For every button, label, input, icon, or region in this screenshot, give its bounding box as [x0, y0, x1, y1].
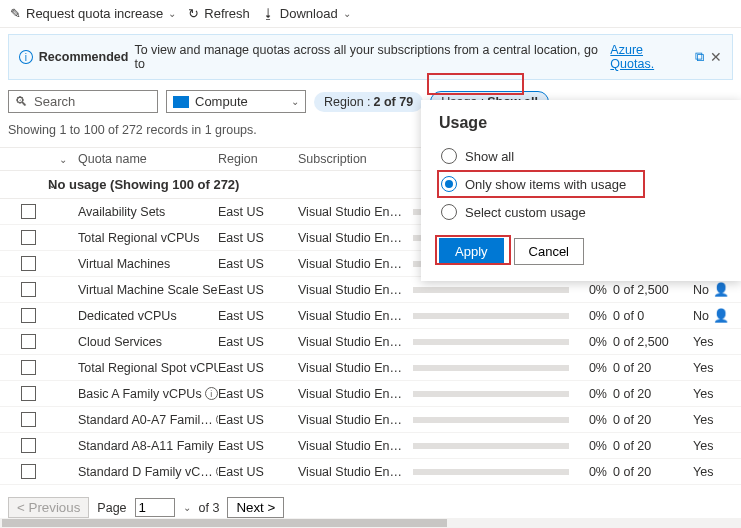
radio-icon: [441, 148, 457, 164]
usage-bar: 0%: [413, 387, 613, 401]
region-filter-pill[interactable]: Region : 2 of 79: [314, 92, 423, 112]
adjustable-cell: Yes: [693, 465, 733, 479]
row-checkbox[interactable]: [21, 308, 36, 323]
table-row: Standard D Family vC… iEast USVisual Stu…: [0, 459, 741, 485]
chevron-down-icon: ⌄: [168, 8, 176, 19]
search-icon: 🔍︎: [15, 94, 28, 109]
radio-icon: [441, 204, 457, 220]
azure-quotas-link[interactable]: Azure Quotas.: [610, 43, 689, 71]
chevron-down-icon[interactable]: ⌄: [48, 154, 78, 165]
usage-option-custom[interactable]: Select custom usage: [439, 198, 723, 226]
quota-name-cell: Total Regional Spot vCPUs: [78, 361, 218, 375]
row-checkbox[interactable]: [21, 230, 36, 245]
row-checkbox[interactable]: [21, 412, 36, 427]
usage-option-items-with-usage[interactable]: Only show items with usage: [439, 170, 723, 198]
person-icon[interactable]: 👤: [713, 282, 729, 297]
adjustable-cell: Yes: [693, 439, 733, 453]
region-cell: East US: [218, 465, 298, 479]
usage-bar: 0%: [413, 361, 613, 375]
usage-filter-dropdown: Usage Show all Only show items with usag…: [421, 100, 741, 281]
horizontal-scrollbar[interactable]: [0, 518, 741, 528]
page-of-label: of 3: [199, 501, 220, 515]
cancel-button[interactable]: Cancel: [514, 238, 584, 265]
quota-name-cell: Availability Sets: [78, 205, 218, 219]
row-checkbox[interactable]: [21, 282, 36, 297]
subscription-cell: Visual Studio En…: [298, 231, 413, 245]
prev-page-button[interactable]: < Previous: [8, 497, 89, 518]
refresh-icon: ↻: [188, 6, 199, 21]
quota-name-cell: Total Regional vCPUs: [78, 231, 218, 245]
usage-bar: 0%: [413, 309, 613, 323]
pager: < Previous Page ⌄ of 3 Next >: [8, 497, 733, 518]
pencil-icon: ✎: [10, 6, 21, 21]
info-icon: i: [19, 50, 33, 64]
row-checkbox[interactable]: [21, 334, 36, 349]
usage-bar: 0%: [413, 283, 613, 297]
person-icon[interactable]: 👤: [713, 308, 729, 323]
subscription-cell: Visual Studio En…: [298, 361, 413, 375]
quantity-cell: 0 of 20: [613, 387, 693, 401]
quantity-cell: 0 of 2,500: [613, 283, 693, 297]
table-row: Cloud ServicesEast USVisual Studio En…0%…: [0, 329, 741, 355]
region-cell: East US: [218, 283, 298, 297]
close-icon[interactable]: ✕: [710, 49, 722, 65]
col-quota-name[interactable]: Quota name: [78, 152, 218, 166]
subscription-cell: Visual Studio En…: [298, 465, 413, 479]
download-icon: ⭳: [262, 6, 275, 21]
subscription-cell: Visual Studio En…: [298, 439, 413, 453]
quantity-cell: 0 of 20: [613, 439, 693, 453]
table-row: Dedicated vCPUsEast USVisual Studio En…0…: [0, 303, 741, 329]
region-cell: East US: [218, 361, 298, 375]
compute-icon: [173, 96, 189, 108]
quota-name-cell: Basic A Family vCPUs i: [78, 387, 218, 401]
chevron-down-icon[interactable]: ⌄: [183, 502, 191, 513]
col-subscription[interactable]: Subscription: [298, 152, 413, 166]
provider-select[interactable]: Compute ⌄: [166, 90, 306, 113]
page-input[interactable]: [135, 498, 175, 517]
chevron-down-icon: ⌄: [291, 96, 299, 107]
usage-bar: 0%: [413, 335, 613, 349]
recommended-text: To view and manage quotas across all you…: [134, 43, 604, 71]
download-button[interactable]: ⭳ Download ⌄: [262, 6, 351, 21]
adjustable-cell: Yes: [693, 361, 733, 375]
adjustable-cell: Yes: [693, 387, 733, 401]
row-checkbox[interactable]: [21, 438, 36, 453]
region-cell: East US: [218, 413, 298, 427]
region-cell: East US: [218, 205, 298, 219]
next-page-button[interactable]: Next >: [227, 497, 284, 518]
quantity-cell: 0 of 20: [613, 465, 693, 479]
col-region[interactable]: Region: [218, 152, 298, 166]
row-checkbox[interactable]: [21, 360, 36, 375]
row-checkbox[interactable]: [21, 386, 36, 401]
adjustable-cell: No 👤: [693, 282, 733, 297]
adjustable-cell: Yes: [693, 413, 733, 427]
row-checkbox[interactable]: [21, 204, 36, 219]
quota-name-cell: Standard A8-A11 Family … i: [78, 439, 218, 453]
info-icon[interactable]: i: [205, 387, 218, 400]
apply-button[interactable]: Apply: [439, 238, 504, 265]
quantity-cell: 0 of 2,500: [613, 335, 693, 349]
row-checkbox[interactable]: [21, 256, 36, 271]
table-row: Standard A8-A11 Family … iEast USVisual …: [0, 433, 741, 459]
region-cell: East US: [218, 257, 298, 271]
quantity-cell: 0 of 20: [613, 361, 693, 375]
region-cell: East US: [218, 231, 298, 245]
row-checkbox[interactable]: [21, 464, 36, 479]
usage-bar: 0%: [413, 413, 613, 427]
quota-name-cell: Standard A0-A7 Famil… i: [78, 413, 218, 427]
request-quota-button[interactable]: ✎ Request quota increase ⌄: [10, 6, 176, 21]
region-cell: East US: [218, 335, 298, 349]
table-row: Basic A Family vCPUs iEast USVisual Stud…: [0, 381, 741, 407]
search-input[interactable]: 🔍︎ Search: [8, 90, 158, 113]
quota-name-cell: Standard D Family vC… i: [78, 465, 218, 479]
subscription-cell: Visual Studio En…: [298, 205, 413, 219]
quota-name-cell: Virtual Machines: [78, 257, 218, 271]
refresh-button[interactable]: ↻ Refresh: [188, 6, 250, 21]
usage-bar: 0%: [413, 439, 613, 453]
usage-option-show-all[interactable]: Show all: [439, 142, 723, 170]
region-cell: East US: [218, 439, 298, 453]
subscription-cell: Visual Studio En…: [298, 413, 413, 427]
quantity-cell: 0 of 0: [613, 309, 693, 323]
recommended-label: Recommended: [39, 50, 129, 64]
external-link-icon: ⧉: [695, 50, 704, 65]
